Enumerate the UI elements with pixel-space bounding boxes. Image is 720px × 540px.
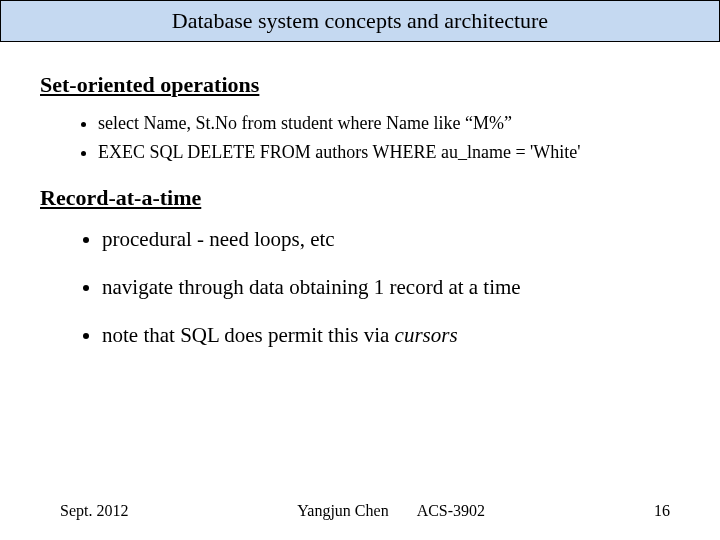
list-item: select Name, St.No from student where Na… bbox=[98, 112, 680, 135]
list-set-oriented: select Name, St.No from student where Na… bbox=[40, 112, 680, 165]
footer-author: Yangjun Chen bbox=[297, 502, 388, 519]
footer-page-number: 16 bbox=[654, 502, 670, 520]
slide-footer: Sept. 2012 Yangjun Chen ACS-3902 16 bbox=[0, 502, 720, 520]
cursors-emphasis: cursors bbox=[395, 323, 458, 347]
list-item: procedural - need loops, etc bbox=[102, 225, 680, 253]
footer-date: Sept. 2012 bbox=[60, 502, 128, 520]
slide-title: Database system concepts and architectur… bbox=[172, 8, 548, 34]
list-item: note that SQL does permit this via curso… bbox=[102, 321, 680, 349]
heading-record-at-a-time: Record-at-a-time bbox=[40, 185, 680, 211]
footer-course: ACS-3902 bbox=[417, 502, 485, 519]
footer-center: Yangjun Chen ACS-3902 bbox=[128, 502, 654, 520]
list-record-at-a-time: procedural - need loops, etc navigate th… bbox=[40, 225, 680, 350]
slide-title-bar: Database system concepts and architectur… bbox=[0, 0, 720, 42]
list-item: EXEC SQL DELETE FROM authors WHERE au_ln… bbox=[98, 141, 680, 164]
heading-set-oriented: Set-oriented operations bbox=[40, 72, 680, 98]
list-item: navigate through data obtaining 1 record… bbox=[102, 273, 680, 301]
slide-content: Set-oriented operations select Name, St.… bbox=[0, 42, 720, 350]
